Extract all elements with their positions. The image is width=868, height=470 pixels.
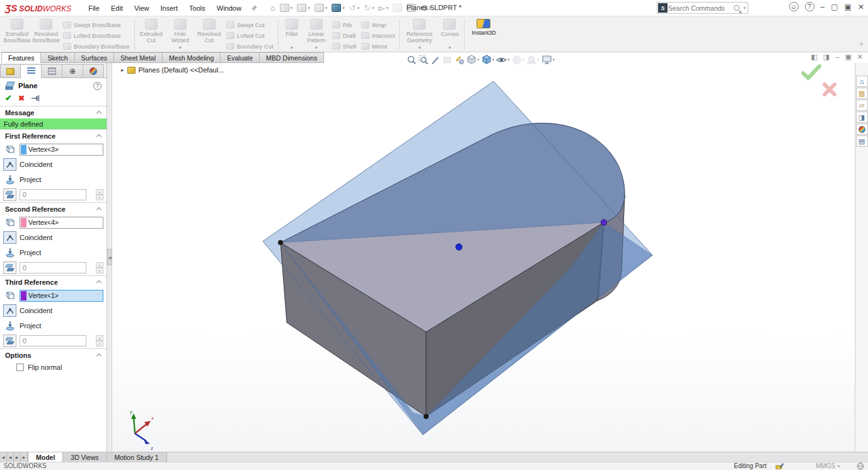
- view-palette-button[interactable]: ◨: [856, 112, 868, 123]
- menu-window[interactable]: Window: [211, 2, 247, 14]
- zoom-to-fit-button[interactable]: [407, 55, 417, 65]
- pane-split-right-icon[interactable]: ◨: [823, 53, 830, 61]
- search-input[interactable]: [668, 4, 734, 12]
- intersect-button[interactable]: Intersect: [359, 30, 397, 41]
- pane-split-left-icon[interactable]: ◧: [811, 53, 817, 61]
- section-view-button[interactable]: [443, 55, 453, 65]
- instant3d-button[interactable]: Instant3D: [466, 17, 501, 52]
- home-button[interactable]: ⌂: [269, 3, 277, 13]
- coincident-constraint-button[interactable]: [3, 231, 16, 244]
- second-reference-header[interactable]: Second Reference: [0, 202, 107, 215]
- restore-button[interactable]: ▣: [845, 3, 852, 11]
- panel-splitter[interactable]: ◀: [107, 63, 112, 452]
- tab-sketch[interactable]: Sketch: [41, 52, 74, 63]
- offset-distance-button[interactable]: [3, 188, 16, 201]
- vertex-3-point[interactable]: [278, 240, 283, 245]
- second-reference-selection[interactable]: Vertex<4>: [20, 217, 103, 229]
- rebuild-button[interactable]: [391, 3, 404, 13]
- tree-expand-icon[interactable]: ▸: [121, 67, 124, 73]
- flip-normal-checkbox[interactable]: [16, 364, 24, 371]
- message-section-header[interactable]: Message: [0, 106, 107, 118]
- menu-tools[interactable]: Tools: [183, 2, 211, 14]
- menu-edit[interactable]: Edit: [105, 2, 129, 14]
- extruded-boss-button[interactable]: Extruded Boss/Base: [3, 17, 32, 52]
- revolved-cut-button[interactable]: Revolved Cut: [195, 17, 224, 52]
- featuremanager-tree-tab[interactable]: [0, 64, 21, 78]
- new-document-button[interactable]: ▾: [278, 3, 295, 13]
- coincident-constraint-button[interactable]: [3, 158, 16, 171]
- close-button[interactable]: ✕: [858, 3, 864, 11]
- tab-mesh-modeling[interactable]: Mesh Modeling: [163, 52, 221, 63]
- curves-button[interactable]: Curves▾: [437, 17, 462, 52]
- reference-geometry-button[interactable]: Reference Geometry▾: [402, 17, 437, 52]
- tab-surfaces[interactable]: Surfaces: [75, 52, 114, 63]
- doc-restore-button[interactable]: ▣: [845, 53, 851, 61]
- ribbon-collapse-chevron[interactable]: ^: [860, 42, 863, 49]
- third-reference-selection[interactable]: Vertex<1>: [20, 290, 103, 302]
- help-icon[interactable]: ?: [805, 2, 814, 11]
- apply-scene-button[interactable]: ▾: [526, 55, 540, 65]
- appearances-button[interactable]: [856, 123, 868, 135]
- draft-button[interactable]: Draft: [330, 30, 359, 41]
- home-tab-button[interactable]: ⌂: [856, 76, 868, 87]
- keep-visible-pin-icon[interactable]: [31, 95, 40, 102]
- tab-evaluate[interactable]: Evaluate: [221, 52, 260, 63]
- project-option-button[interactable]: [3, 246, 16, 259]
- tab-scroll-prev-button[interactable]: ◀: [7, 452, 14, 462]
- hole-wizard-button[interactable]: Hole Wizard▾: [166, 17, 195, 52]
- confirm-cancel-icon[interactable]: [822, 82, 837, 97]
- configurationmanager-tab[interactable]: [42, 64, 62, 78]
- hide-show-items-button[interactable]: ▾: [496, 55, 510, 65]
- maximize-button[interactable]: ▢: [831, 3, 838, 11]
- tab-scroll-last-button[interactable]: ▶: [21, 452, 28, 462]
- search-icon[interactable]: [734, 5, 739, 11]
- tab-sheet-metal[interactable]: Sheet Metal: [114, 52, 163, 63]
- menu-pin-icon[interactable]: [250, 4, 258, 13]
- fillet-button[interactable]: Fillet▾: [281, 17, 303, 52]
- offset-distance-button[interactable]: [3, 335, 16, 347]
- menu-view[interactable]: View: [129, 2, 155, 14]
- edit-appearance-button[interactable]: ▾: [512, 55, 525, 65]
- first-reference-selection[interactable]: Vertex<3>: [20, 144, 103, 156]
- vertex-1-selected-point[interactable]: [601, 220, 607, 226]
- save-button[interactable]: ▾: [313, 3, 330, 13]
- doc-minimize-button[interactable]: –: [835, 53, 839, 61]
- third-offset-input[interactable]: [20, 335, 86, 347]
- mirror-button[interactable]: Mirror: [359, 41, 397, 52]
- previous-view-button[interactable]: [431, 55, 441, 65]
- doc-close-button[interactable]: ✕: [857, 53, 863, 61]
- custom-properties-button[interactable]: ▤: [856, 135, 868, 147]
- tag-globe-icon[interactable]: [857, 462, 864, 470]
- revolved-boss-button[interactable]: Revolved Boss/Base: [32, 17, 61, 52]
- extruded-cut-button[interactable]: Extruded Cut: [137, 17, 166, 52]
- cancel-button[interactable]: ✖: [18, 94, 25, 103]
- select-button[interactable]: ▻▾: [377, 3, 391, 13]
- login-icon[interactable]: ☺: [789, 2, 799, 11]
- second-offset-input[interactable]: [20, 262, 86, 273]
- lofted-cut-button[interactable]: Lofted Cut: [224, 30, 276, 41]
- print-button[interactable]: ▾: [330, 3, 347, 13]
- swept-cut-button[interactable]: Swept Cut: [224, 20, 276, 30]
- tab-scroll-next-button[interactable]: ▶: [14, 452, 21, 462]
- edit-appearance-wizard-button[interactable]: [454, 55, 465, 65]
- menu-file[interactable]: File: [83, 2, 105, 14]
- ok-button[interactable]: ✔: [5, 93, 12, 103]
- splitter-handle[interactable]: ◀: [107, 249, 112, 265]
- dimxpertmanager-tab[interactable]: ⊕: [62, 64, 83, 78]
- first-reference-header[interactable]: First Reference: [0, 129, 107, 142]
- design-library-button[interactable]: ▥: [856, 88, 868, 99]
- third-reference-header[interactable]: Third Reference: [0, 275, 107, 288]
- flyout-feature-tree[interactable]: ▸ Planes (Default) <<Defaul...: [121, 66, 224, 74]
- file-explorer-button[interactable]: ▱: [856, 100, 868, 111]
- project-option-button[interactable]: [3, 173, 16, 186]
- 3d-views-tab[interactable]: 3D Views: [63, 452, 107, 462]
- zoom-to-area-button[interactable]: [419, 55, 429, 65]
- minimize-button[interactable]: –: [821, 3, 825, 11]
- undo-button[interactable]: ↺▾: [347, 3, 361, 13]
- vertex-4-point[interactable]: [424, 414, 429, 419]
- rib-button[interactable]: Rib: [330, 20, 359, 30]
- display-style-button[interactable]: ▾: [466, 55, 480, 65]
- offset-distance-button[interactable]: [3, 261, 16, 274]
- redo-button[interactable]: ↻▾: [362, 3, 376, 13]
- propertymanager-tab[interactable]: [21, 64, 42, 78]
